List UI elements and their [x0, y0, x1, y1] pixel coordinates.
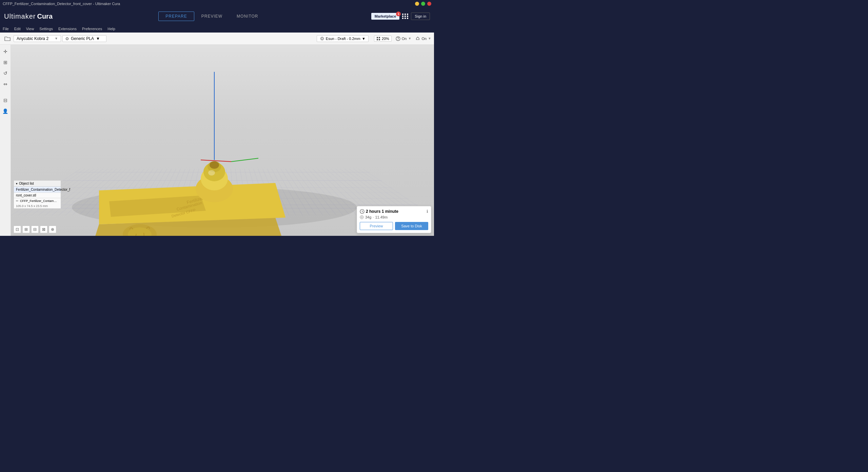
folder-icon — [4, 36, 11, 41]
menu-help[interactable]: Help — [107, 27, 115, 31]
support-blocker-icon[interactable]: 👤 — [1, 107, 9, 115]
tab-preview[interactable]: PREVIEW — [194, 12, 230, 21]
profile-settings[interactable]: Esun - Draft - 0.2mm ▼ — [317, 35, 369, 42]
print-action-buttons: Preview Save to Disk — [360, 222, 428, 230]
main-area: ✛ ⊞ ↺ ⇔ ⊟ 👤 — [0, 45, 434, 236]
restore-button[interactable] — [421, 2, 425, 6]
svg-point-22 — [210, 161, 219, 169]
tab-prepare[interactable]: PREPARE — [158, 12, 194, 21]
info-icon[interactable]: ℹ — [427, 209, 428, 214]
svg-point-0 — [321, 38, 323, 40]
marketplace-badge: 1 — [396, 12, 401, 16]
svg-point-26 — [361, 217, 362, 218]
menu-preferences[interactable]: Preferences — [82, 27, 102, 31]
scale-tool-icon[interactable]: ⊞ — [1, 58, 9, 66]
object-edit-row: ✏ CFFP_Fertilizer_Contamination_Detector… — [14, 198, 61, 204]
print-details: 34g · 11.49m — [360, 215, 428, 219]
svg-point-3 — [398, 39, 398, 40]
header-right: Marketplace 1 Sign in — [371, 13, 430, 20]
object-list-header[interactable]: ▾ Object list — [14, 181, 61, 187]
view-all-icon[interactable]: ⊕ — [49, 226, 56, 233]
print-info-panel: 2 hours 1 minute ℹ 34g · 11.49m Preview … — [357, 206, 431, 233]
titlebar: CFFP_Fertilizer_Contamination_Detector_f… — [0, 0, 434, 7]
clock-icon — [360, 209, 364, 214]
close-button[interactable] — [427, 2, 431, 6]
view-back-icon[interactable]: ⊞ — [22, 226, 30, 233]
object-edit-name: CFFP_Fertilizer_Contamination_Detector_f… — [20, 199, 57, 203]
object-list-panel: ▾ Object list Fertilizer_Contamination_D… — [14, 180, 61, 209]
material-selector[interactable]: ⊙ Generic PLA ▼ — [62, 35, 106, 42]
per-model-settings-icon[interactable]: ⊟ — [1, 96, 9, 104]
minimize-button[interactable] — [415, 2, 419, 6]
support-chevron-icon: ▼ — [408, 37, 412, 40]
zoom-icon — [376, 37, 380, 41]
menu-file[interactable]: File — [3, 27, 9, 31]
svg-line-6 — [231, 158, 258, 162]
window-controls[interactable] — [415, 2, 431, 6]
marketplace-button[interactable]: Marketplace 1 — [371, 13, 400, 20]
logo: Ultimaker Cura — [4, 13, 53, 20]
viewport[interactable]: Fertilizer Contamination Detector CFFP ▾… — [11, 45, 434, 236]
tab-monitor[interactable]: MONITOR — [230, 12, 265, 21]
support-toggle[interactable]: On ▼ — [396, 36, 412, 41]
toolbar: Anycubic Kobra 2 ▼ ⊙ Generic PLA ▼ Esun … — [0, 33, 434, 45]
support-on-label: On — [402, 37, 407, 41]
edit-icon: ✏ — [16, 199, 19, 203]
menu-extensions[interactable]: Extensions — [58, 27, 77, 31]
object-list-item[interactable]: Fertilizer_Contamination_Detector_f — [14, 187, 61, 193]
view-right-icon[interactable]: ⊠ — [40, 226, 47, 233]
object-list-title: Object list — [19, 182, 34, 185]
adhesion-on-label: On — [421, 37, 427, 41]
adhesion-chevron-icon: ▼ — [428, 37, 431, 40]
settings-icon — [320, 36, 324, 41]
svg-point-23 — [208, 170, 215, 176]
apps-grid-icon[interactable] — [402, 14, 408, 19]
menubar: File Edit View Settings Extensions Prefe… — [0, 25, 434, 33]
svg-line-5 — [201, 160, 231, 162]
material-chevron-icon: ▼ — [96, 36, 100, 41]
object-list-item-cont[interactable]: ront_cover.stl — [14, 193, 61, 198]
header: Ultimaker Cura PREPARE PREVIEW MONITOR M… — [0, 7, 434, 25]
filament-icon — [360, 215, 364, 219]
material-color-dot: ⊙ — [65, 36, 69, 41]
window-title: CFFP_Fertilizer_Contamination_Detector_f… — [3, 2, 120, 6]
profile-chevron-icon: ▼ — [362, 37, 366, 41]
printer-chevron-icon: ▼ — [55, 37, 58, 40]
move-tool-icon[interactable]: ✛ — [1, 47, 9, 56]
logo-ultimaker: Ultimaker — [4, 13, 36, 20]
open-file-button[interactable] — [3, 34, 12, 43]
menu-edit[interactable]: Edit — [14, 27, 21, 31]
left-sidebar: ✛ ⊞ ↺ ⇔ ⊟ 👤 — [0, 45, 11, 236]
signin-button[interactable]: Sign in — [411, 13, 430, 20]
logo-cura: Cura — [37, 13, 53, 20]
nav-tabs: PREPARE PREVIEW MONITOR — [158, 12, 265, 21]
object-dimensions: 105.0 x 74.5 x 23.5 mm — [14, 204, 61, 208]
zoom-control[interactable]: 20% — [374, 36, 392, 42]
view-left-icon[interactable]: ⊟ — [31, 226, 39, 233]
menu-view[interactable]: View — [26, 27, 34, 31]
adhesion-icon — [415, 36, 420, 41]
menu-settings[interactable]: Settings — [39, 27, 53, 31]
preview-button[interactable]: Preview — [360, 222, 393, 230]
support-icon — [396, 36, 400, 41]
print-info-header: 2 hours 1 minute ℹ — [360, 209, 428, 214]
save-to-disk-button[interactable]: Save to Disk — [395, 222, 428, 230]
adhesion-toggle[interactable]: On ▼ — [415, 36, 431, 41]
mirror-tool-icon[interactable]: ⇔ — [1, 80, 9, 88]
print-time: 2 hours 1 minute — [360, 209, 398, 214]
view-front-icon[interactable]: ⊡ — [14, 226, 21, 233]
bottom-toolbar: ⊡ ⊞ ⊟ ⊠ ⊕ — [14, 226, 56, 233]
printer-selector[interactable]: Anycubic Kobra 2 ▼ — [14, 35, 61, 42]
svg-point-25 — [360, 216, 363, 219]
rotate-tool-icon[interactable]: ↺ — [1, 69, 9, 77]
